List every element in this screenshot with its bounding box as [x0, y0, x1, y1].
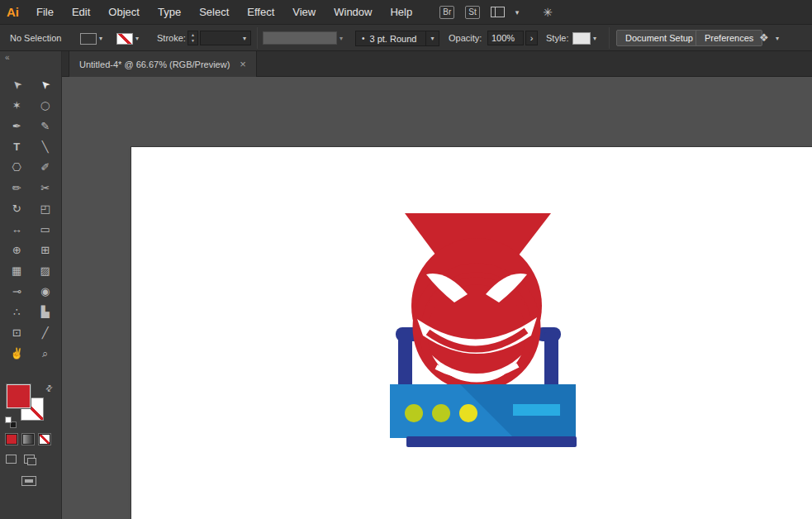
fill-indicator-swatch[interactable]	[7, 385, 30, 407]
hand-tool[interactable]: ✌	[6, 345, 28, 362]
direct-selection-tool[interactable]: ➤	[35, 76, 57, 93]
magic-wand-tool-icon: ✶	[12, 99, 21, 112]
stroke-weight-stepper[interactable]: ▲ ▼	[188, 31, 198, 45]
rectangle-tool-icon: ⎔	[12, 161, 21, 174]
menu-type[interactable]: Type	[149, 0, 190, 25]
tool-grid: ➤ ➤ ✶ ◯ ✒ ✎ T ╲ ⎔ ✐ ✏ ✂ ↻ ◰ ↔ ▭ ⊕ ⊞ ▦ ▨ …	[6, 76, 56, 362]
menubar-icon-group: Br St ▾ ✳	[439, 6, 553, 19]
default-fill-stroke-icon[interactable]	[5, 417, 17, 428]
illustrator-window: Ai File Edit Object Type Select Effect V…	[0, 0, 812, 519]
eyedropper-tool[interactable]: ⊸	[6, 283, 28, 300]
paintbrush-tool[interactable]: ✐	[35, 159, 57, 176]
opacity-input[interactable]: 100%	[487, 31, 524, 45]
separator	[609, 27, 610, 49]
pencil-tool-icon: ✏	[12, 182, 21, 194]
scissors-tool[interactable]: ✂	[35, 179, 57, 197]
stroke-caret-icon[interactable]: ▾	[135, 35, 139, 42]
zoom-tool[interactable]: ⌕	[35, 345, 57, 362]
router-base-strip[interactable]	[406, 436, 577, 447]
document-tab-bar: Untitled-4* @ 66.67% (RGB/Preview) ×	[62, 51, 812, 77]
menu-view[interactable]: View	[283, 0, 325, 25]
type-tool[interactable]: T	[6, 138, 28, 155]
type-tool-icon: T	[13, 140, 20, 153]
stroke-color-swatch[interactable]	[116, 33, 133, 45]
menu-file[interactable]: File	[27, 0, 63, 25]
router-led-1[interactable]	[405, 404, 423, 422]
none-mode-button[interactable]	[39, 434, 50, 445]
workspace-layout-icon[interactable]	[491, 7, 505, 17]
style-caret-icon[interactable]: ▾	[593, 35, 596, 42]
swap-fill-stroke-icon[interactable]: ⇄	[43, 383, 55, 394]
rectangle-tool[interactable]: ⎔	[6, 159, 28, 176]
screen-mode-button[interactable]	[21, 476, 36, 486]
stepper-down-icon[interactable]: ▼	[191, 38, 195, 44]
pencil-tool[interactable]: ✏	[6, 179, 28, 197]
lasso-tool[interactable]: ◯	[35, 97, 57, 114]
pen-tool[interactable]: ✒	[6, 117, 28, 135]
brush-definition-dropdown[interactable]: • 3 pt. Round ▾	[355, 31, 439, 46]
artboard-tool[interactable]: ⊡	[6, 324, 28, 341]
shape-builder-tool[interactable]: ⊕	[6, 241, 28, 259]
router-led-2[interactable]	[432, 404, 450, 422]
symbol-sprayer-tool-icon: ∴	[13, 306, 20, 318]
fill-caret-icon[interactable]: ▾	[99, 35, 102, 42]
opacity-expand-button[interactable]: ›	[525, 31, 538, 45]
symbol-sprayer-tool[interactable]: ∴	[6, 303, 28, 321]
selection-tool[interactable]: ➤	[6, 76, 28, 93]
preferences-button[interactable]: Preferences	[696, 30, 762, 46]
blend-tool[interactable]: ◉	[35, 283, 57, 300]
gradient-mode-button[interactable]	[22, 434, 34, 445]
width-profile-caret-icon[interactable]: ▾	[340, 35, 343, 42]
rotate-tool[interactable]: ↻	[6, 200, 28, 217]
line-segment-tool[interactable]: ╲	[35, 138, 57, 155]
free-transform-tool[interactable]: ▭	[35, 221, 57, 238]
workspace-switch-icon[interactable]: ❖	[759, 31, 769, 44]
left-antenna-bar[interactable]	[398, 332, 412, 390]
workspace-caret-icon[interactable]: ▾	[515, 8, 520, 17]
menu-help[interactable]: Help	[381, 0, 421, 25]
brush-caret-icon[interactable]: ▾	[425, 31, 439, 45]
direct-selection-tool-icon: ➤	[38, 77, 53, 92]
menu-select[interactable]: Select	[190, 0, 238, 25]
stock-icon[interactable]: St	[465, 6, 479, 19]
menu-effect[interactable]: Effect	[238, 0, 283, 25]
sync-status-icon[interactable]: ✳	[543, 6, 553, 19]
color-mode-button[interactable]	[6, 434, 17, 445]
document-setup-button[interactable]: Document Setup	[616, 30, 702, 46]
width-profile-dropdown[interactable]	[263, 31, 337, 45]
line-segment-tool-icon: ╲	[42, 140, 49, 153]
gradient-tool[interactable]: ▨	[35, 262, 57, 279]
perspective-grid-tool[interactable]: ⊞	[35, 241, 57, 259]
menu-window[interactable]: Window	[325, 0, 381, 25]
paintbrush-tool-icon: ✐	[40, 161, 50, 174]
draw-behind-button[interactable]	[24, 455, 35, 464]
column-graph-tool-icon: ▙	[41, 306, 50, 318]
scale-tool[interactable]: ◰	[35, 200, 57, 217]
blend-tool-icon: ◉	[40, 285, 50, 298]
router-led-3[interactable]	[459, 404, 477, 422]
stepper-up-icon[interactable]: ▲	[191, 32, 195, 38]
router-port[interactable]	[513, 404, 560, 416]
column-graph-tool[interactable]: ▙	[35, 303, 57, 321]
style-swatch[interactable]	[572, 32, 591, 45]
mesh-tool[interactable]: ▦	[6, 262, 28, 279]
workspace-switch-caret-icon[interactable]: ▾	[776, 35, 779, 42]
curvature-tool[interactable]: ✎	[35, 117, 57, 135]
scissors-tool-icon: ✂	[40, 182, 50, 194]
bridge-icon[interactable]: Br	[439, 6, 454, 19]
fill-color-swatch[interactable]	[80, 33, 97, 45]
right-antenna-bar[interactable]	[544, 332, 558, 390]
canvas-area[interactable]	[62, 77, 812, 519]
document-tab[interactable]: Untitled-4* @ 66.67% (RGB/Preview) ×	[69, 51, 257, 77]
menu-edit[interactable]: Edit	[63, 0, 99, 25]
free-transform-tool-icon: ▭	[40, 223, 50, 236]
collapse-panel-icon[interactable]: «	[5, 53, 10, 62]
selection-status: No Selection	[10, 33, 61, 43]
width-tool[interactable]: ↔	[6, 221, 28, 238]
slice-tool[interactable]: ╱	[35, 324, 57, 341]
draw-normal-button[interactable]	[6, 455, 17, 464]
stroke-weight-caret-icon[interactable]: ▾	[243, 35, 246, 42]
magic-wand-tool[interactable]: ✶	[6, 97, 28, 114]
tab-close-icon[interactable]: ×	[240, 58, 246, 70]
menu-object[interactable]: Object	[99, 0, 149, 25]
